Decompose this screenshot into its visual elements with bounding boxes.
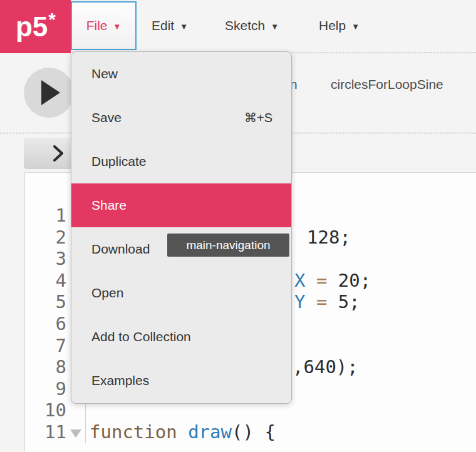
fold-arrow-icon[interactable] [70,429,81,438]
menu-item-open[interactable]: Open [71,271,291,315]
code-token: 128; [307,227,351,248]
menu-item-duplicate[interactable]: Duplicate [71,140,291,183]
main-navigation-bar: p5* File▼Edit▼Sketch▼Help▼ [0,0,476,53]
nav-item-label: Sketch [225,18,265,33]
line-number: 3 [25,248,66,270]
nav-item-label: File [86,18,108,33]
p5-logo-asterisk: * [48,9,56,30]
tooltip-text: main-navigation [186,239,270,252]
file-dropdown-menu: NewSave⌘+SDuplicateShareDownloadOpenAdd … [71,51,292,404]
fold-gutter [66,421,86,443]
menu-item-label: Save [91,110,122,125]
code-token [305,270,316,291]
code-token: () { [232,421,276,443]
code-token: 5; [327,291,360,312]
line-number: 8 [25,356,66,378]
line-number: 2 [25,227,66,249]
menu-item-examples[interactable]: Examples [71,359,291,403]
menu-item-save[interactable]: Save⌘+S [71,96,291,140]
line-number: 10 [25,399,66,421]
menu-item-label: Duplicate [91,154,147,169]
caret-down-icon: ▼ [271,22,279,31]
line-number: 6 [25,313,66,335]
code-token: = [316,291,327,312]
nav-item-sketch[interactable]: Sketch▼ [214,1,290,50]
code-text[interactable]: function draw() { [86,421,476,443]
play-button[interactable] [24,68,74,118]
menu-item-shortcut: ⌘+S [244,110,272,125]
menu-item-add-to-collection[interactable]: Add to Collection [71,315,291,359]
code-line: 11function draw() { [25,421,476,443]
p5-logo[interactable]: p5* [0,0,71,53]
nav-item-label: Edit [152,18,174,33]
line-number: 9 [25,378,66,400]
caret-down-icon: ▼ [351,22,360,31]
nav-item-help[interactable]: Help▼ [308,1,371,50]
line-number: 7 [25,335,66,357]
code-token: draw [188,421,232,443]
chevron-right-icon [53,145,64,162]
code-token: X [294,270,305,291]
line-number: 11 [25,421,66,443]
line-number: 1 [25,205,66,227]
code-token: ,640); [292,356,358,378]
sidebar-expand-button[interactable] [24,138,74,169]
p5-logo-text: p5 [16,11,48,43]
sketch-title: circlesForLoopSine [331,77,443,92]
nav-item-edit[interactable]: Edit▼ [140,1,199,50]
code-token: function [90,421,177,443]
menu-item-new[interactable]: New [71,52,291,96]
nav-item-label: Help [319,18,346,33]
menu-item-share[interactable]: Share [71,183,291,227]
menu-item-label: Share [91,198,127,213]
code-token: 20; [327,270,371,291]
nav-item-file[interactable]: File▼ [71,1,137,50]
code-token: = [316,270,327,291]
menu-item-label: Open [91,285,123,300]
caret-down-icon: ▼ [113,22,121,31]
menu-item-label: Add to Collection [91,329,191,344]
caret-down-icon: ▼ [180,22,188,31]
line-number: 4 [25,270,66,292]
code-token: Y [294,291,305,312]
code-token [305,291,316,312]
menu-item-label: Examples [91,373,149,388]
main-navigation-tooltip: main-navigation [167,234,289,257]
menu-item-label: New [91,66,118,81]
menu-item-label: Download [91,242,150,257]
play-icon [41,80,60,105]
code-token [177,421,188,443]
line-number: 5 [25,291,66,313]
